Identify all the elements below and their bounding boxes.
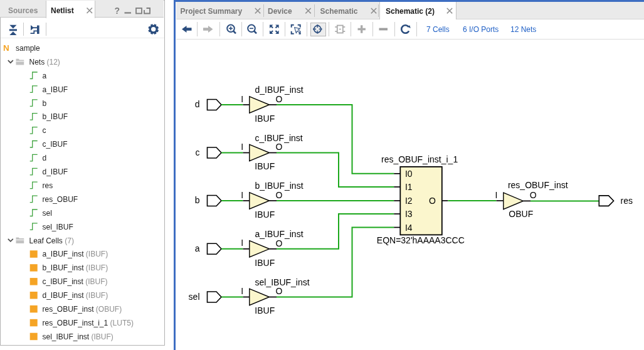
svg-text:b: b: [195, 195, 200, 205]
svg-text:O: O: [276, 286, 283, 296]
svg-text:IBUF: IBUF: [255, 209, 275, 220]
svg-text:O: O: [530, 190, 537, 200]
svg-text:res_OBUF_inst_i_1: res_OBUF_inst_i_1: [381, 154, 458, 164]
svg-text:res_OBUF_inst (OBUF): res_OBUF_inst (OBUF): [43, 305, 122, 314]
svg-text:12 Nets: 12 Nets: [510, 25, 536, 34]
svg-text:res_OBUF_inst: res_OBUF_inst: [508, 180, 568, 190]
svg-text:IBUF: IBUF: [255, 114, 275, 124]
svg-text:sample: sample: [16, 44, 40, 53]
svg-text:Sources: Sources: [8, 6, 38, 15]
svg-text:d_IBUF_inst: d_IBUF_inst: [255, 85, 304, 95]
svg-text:I1: I1: [405, 182, 413, 192]
svg-text:Leaf Cells (7): Leaf Cells (7): [29, 236, 74, 245]
svg-text:sel_IBUF_inst (IBUF): sel_IBUF_inst (IBUF): [43, 332, 113, 341]
svg-text:Device: Device: [268, 7, 292, 16]
svg-text:a_IBUF: a_IBUF: [43, 85, 68, 94]
svg-text:O: O: [276, 142, 283, 152]
svg-text:b: b: [43, 99, 47, 108]
svg-text:N: N: [3, 43, 9, 53]
svg-text:I2: I2: [405, 196, 413, 206]
svg-text:IBUF: IBUF: [255, 258, 275, 268]
svg-text:sel: sel: [43, 209, 52, 218]
svg-text:I3: I3: [405, 209, 413, 219]
svg-text:7 Cells: 7 Cells: [426, 25, 450, 34]
svg-text:sel_IBUF_inst: sel_IBUF_inst: [255, 277, 310, 287]
svg-text:c: c: [196, 147, 200, 157]
svg-text:c: c: [43, 126, 46, 135]
svg-text:6 I/O Ports: 6 I/O Ports: [463, 25, 499, 34]
svg-text:a_IBUF_inst (IBUF): a_IBUF_inst (IBUF): [43, 250, 108, 258]
svg-text:d: d: [195, 99, 200, 109]
svg-text:O: O: [276, 190, 283, 200]
svg-text:Nets (12): Nets (12): [29, 58, 60, 66]
svg-text:I: I: [241, 142, 243, 152]
svg-text:Project Summary: Project Summary: [181, 7, 243, 16]
svg-text:res: res: [621, 196, 633, 206]
svg-text:Schematic (2): Schematic (2): [386, 7, 435, 16]
svg-text:OBUF: OBUF: [509, 209, 533, 219]
svg-text:d_IBUF_inst (IBUF): d_IBUF_inst (IBUF): [43, 291, 108, 300]
svg-text:b_IBUF_inst: b_IBUF_inst: [255, 181, 304, 191]
svg-text:O: O: [276, 94, 283, 104]
svg-text:IBUF: IBUF: [255, 161, 275, 171]
svg-text:I: I: [241, 190, 243, 200]
svg-text:res_OBUF: res_OBUF: [43, 195, 78, 204]
svg-text:res: res: [43, 181, 53, 190]
svg-text:I: I: [241, 94, 243, 104]
svg-text:Netlist: Netlist: [51, 6, 74, 15]
svg-text:res_OBUF_inst_i_1 (LUT5): res_OBUF_inst_i_1 (LUT5): [43, 319, 134, 327]
svg-text:Schematic: Schematic: [320, 7, 358, 16]
svg-text:EQN=32'hAAAA3CCC: EQN=32'hAAAA3CCC: [377, 235, 465, 245]
svg-text:b_IBUF: b_IBUF: [43, 112, 68, 121]
svg-text:b_IBUF_inst (IBUF): b_IBUF_inst (IBUF): [43, 263, 108, 272]
svg-text:I: I: [241, 238, 243, 248]
svg-text:a_IBUF_inst: a_IBUF_inst: [255, 229, 304, 239]
svg-text:a: a: [195, 243, 200, 253]
svg-text:I: I: [241, 286, 243, 296]
svg-text:c_IBUF_inst (IBUF): c_IBUF_inst (IBUF): [43, 277, 108, 286]
svg-text:c_IBUF_inst: c_IBUF_inst: [255, 133, 303, 143]
svg-text:IBUF: IBUF: [255, 305, 275, 316]
svg-text:I4: I4: [405, 223, 413, 233]
svg-text:sel: sel: [189, 292, 200, 302]
svg-text:I: I: [495, 190, 497, 200]
svg-text:d: d: [43, 154, 47, 162]
svg-text:a: a: [43, 72, 47, 80]
svg-text:O: O: [276, 238, 283, 248]
svg-text:sel_IBUF: sel_IBUF: [43, 223, 73, 231]
svg-text:c_IBUF: c_IBUF: [43, 140, 68, 149]
svg-text:?: ?: [115, 6, 120, 16]
svg-text:d_IBUF: d_IBUF: [43, 167, 68, 176]
svg-text:O: O: [429, 196, 436, 206]
svg-text:I0: I0: [405, 169, 413, 179]
